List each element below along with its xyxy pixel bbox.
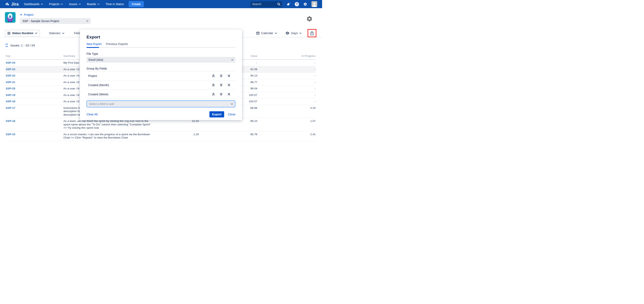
nav-item-label: Projects <box>49 2 60 6</box>
page-settings-gear-icon[interactable] <box>306 16 313 22</box>
nav-item[interactable]: Dashboards <box>24 2 43 6</box>
remove-field-icon[interactable] <box>228 84 230 86</box>
issue-in-progress-value: 1.07 <box>257 120 316 130</box>
nav-right: ? <box>250 1 317 7</box>
issue-key-link[interactable]: SSP-20 <box>6 87 64 90</box>
tab-underline <box>86 47 236 48</box>
issue-in-progress-value: 2.41 <box>257 133 316 140</box>
issue-in-progress-value: - <box>257 80 316 84</box>
move-down-icon[interactable] <box>220 74 222 77</box>
move-down-icon[interactable] <box>220 84 222 86</box>
search-icon[interactable] <box>277 2 280 6</box>
group-by-field-row: Created (Month) <box>86 80 236 90</box>
move-up-icon[interactable] <box>212 93 215 96</box>
report-type-dropdown[interactable]: Status Duration <box>5 30 40 36</box>
issue-done-value: 89.10 <box>199 120 257 130</box>
table-row[interactable]: SSP-15 As a scrum master, I can see the … <box>6 131 316 141</box>
issue-done-value: 85.76 <box>199 133 257 140</box>
user-avatar[interactable] <box>312 1 317 7</box>
search-input[interactable] <box>252 2 277 6</box>
nav-item[interactable]: Projects <box>49 2 63 6</box>
nav-item[interactable]: Boards <box>87 2 100 6</box>
col-header-in-progress[interactable]: In Progress <box>257 54 316 58</box>
jira-logo[interactable]: Jira <box>5 2 18 7</box>
calendar-label: Calendar <box>261 32 273 35</box>
issues-count: Issues: 1 - 10 / 24 <box>10 44 35 47</box>
grid-icon <box>8 32 10 34</box>
issue-in-progress-value: - <box>257 68 316 71</box>
search-box[interactable] <box>250 1 282 7</box>
nav-item[interactable]: Issues <box>69 2 80 6</box>
feedback-megaphone-icon[interactable] <box>286 2 290 6</box>
issue-key-link[interactable]: SSP-24 <box>6 61 64 65</box>
tab-new-export[interactable]: New Export <box>86 42 102 46</box>
issue-summary: As a team, we can finish the sprint by c… <box>64 120 158 130</box>
units-dropdown[interactable]: Days <box>286 32 302 35</box>
col-header-key[interactable]: Key <box>6 54 64 58</box>
remove-field-icon[interactable] <box>228 74 230 77</box>
top-navbar: Jira DashboardsProjectsIssuesBoardsTime … <box>0 0 322 8</box>
settings-gear-icon[interactable] <box>303 2 307 6</box>
nav-item-label: Boards <box>87 2 96 6</box>
help-icon[interactable]: ? <box>295 2 299 6</box>
project-breadcrumb[interactable]: Project <box>20 13 91 16</box>
export-dialog: Export New Export Previous Exports File … <box>80 30 242 120</box>
issue-key-link[interactable]: SSP-19 <box>6 94 64 97</box>
statuses-dropdown[interactable]: Statuses <box>49 32 64 35</box>
move-up-icon[interactable] <box>212 84 215 86</box>
close-button[interactable]: Close <box>228 113 236 116</box>
issue-key-link[interactable]: SSP-21 <box>6 80 64 84</box>
issue-key-link[interactable]: SSP-23 <box>6 68 64 71</box>
remove-field-icon[interactable] <box>228 93 230 96</box>
group-field-label: Created (Week) <box>86 93 108 96</box>
statuses-label: Statuses <box>49 32 60 35</box>
calendar-icon <box>256 32 260 35</box>
group-by-field-row: Created (Week) <box>86 90 236 99</box>
project-header: Project SSP - Sample Scrum Project <box>0 8 322 29</box>
group-field-label: Project <box>86 74 97 78</box>
group-by-list: Project Created (Month) <box>86 71 236 99</box>
issue-col3-value: 2.20 <box>158 133 199 140</box>
move-down-icon[interactable] <box>220 93 222 96</box>
issue-summary: As a scrum master, I can see the progres… <box>64 133 158 140</box>
jira-logo-icon <box>5 2 10 7</box>
export-submit-button[interactable]: Export <box>210 111 224 118</box>
move-up-icon[interactable] <box>212 74 215 77</box>
nav-item[interactable]: Time in Status <box>106 2 124 6</box>
brand-text: Jira <box>11 2 18 6</box>
units-label: Days <box>291 32 298 35</box>
refresh-icon[interactable] <box>5 44 8 47</box>
issue-key-link[interactable]: SSP-17 <box>6 106 64 116</box>
export-icon[interactable] <box>310 31 314 36</box>
issue-key-link[interactable]: SSP-15 <box>6 133 64 140</box>
group-by-label: Group By Fields <box>86 67 236 70</box>
project-selector-value: SSP - Sample Scrum Project <box>22 20 59 23</box>
create-button[interactable]: Create <box>129 1 144 7</box>
issue-col3-value: 21.03 <box>158 120 199 130</box>
clear-all-button[interactable]: Clear All <box>86 113 98 116</box>
project-avatar <box>5 12 16 24</box>
group-by-field-row: Project <box>86 72 236 80</box>
issue-key-link[interactable]: SSP-18 <box>6 100 64 103</box>
add-field-select[interactable]: Select a field to add <box>86 100 236 108</box>
issue-key-link[interactable]: SSP-22 <box>6 74 64 78</box>
dialog-title: Export <box>86 34 236 40</box>
eye-icon <box>286 32 290 34</box>
file-type-select[interactable]: Excel (xlsx) <box>86 57 236 62</box>
file-type-label: File Type <box>86 52 236 56</box>
nav-item-label: Issues <box>69 2 77 6</box>
issue-in-progress-value: - <box>257 100 316 103</box>
issue-in-progress-value: 3.24 <box>257 106 316 116</box>
nav-menu: DashboardsProjectsIssuesBoardsTime in St… <box>24 2 124 6</box>
issue-in-progress-value: - <box>257 87 316 90</box>
project-selector[interactable]: SSP - Sample Scrum Project <box>20 18 91 24</box>
nav-item-label: Time in Status <box>106 2 124 6</box>
issue-in-progress-value: - <box>257 94 316 97</box>
tab-previous-exports[interactable]: Previous Exports <box>106 42 128 46</box>
calendar-dropdown[interactable]: Calendar <box>256 32 277 35</box>
export-highlight-box <box>308 29 316 37</box>
issue-key-link[interactable]: SSP-16 <box>6 120 64 130</box>
add-field-placeholder: Select a field to add <box>89 102 114 106</box>
nav-item-label: Dashboards <box>24 2 40 6</box>
issue-in-progress-value: - <box>257 74 316 78</box>
